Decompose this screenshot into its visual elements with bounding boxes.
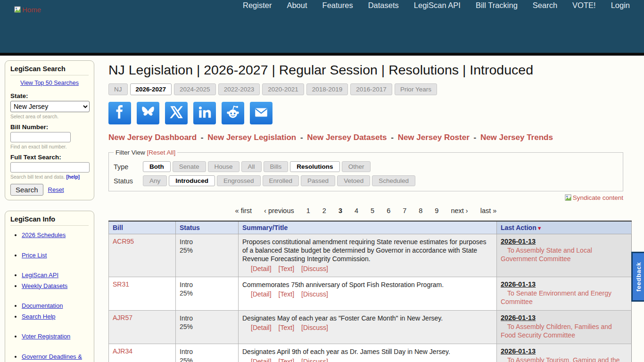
column-header-last-action[interactable]: Last Action▼ [497,221,632,234]
full-text-search-input[interactable] [10,162,90,173]
session-tab-2020-2021[interactable]: 2020-2021 [262,83,304,95]
session-tab-2016-2017[interactable]: 2016-2017 [350,83,392,95]
bill-number-input[interactable] [10,132,71,142]
nav-item-register[interactable]: Register [235,0,279,11]
discuss-link[interactable]: [Discuss] [301,324,328,331]
info-link-legiscan-api[interactable]: LegiScan API [22,272,58,279]
bill-link-sr31[interactable]: SR31 [113,280,129,288]
detail-link[interactable]: [Detail] [251,324,272,331]
share-x-twitter-button[interactable] [165,102,188,124]
type-filter-bills[interactable]: Bills [264,161,289,172]
info-link-weekly-datasets[interactable]: Weekly Datasets [22,282,67,289]
reddit-icon [225,104,241,122]
page-9[interactable]: 9 [435,207,438,214]
bill-link-acr95[interactable]: ACR95 [113,238,134,245]
status-filter-scheduled[interactable]: Scheduled [372,175,415,186]
status-filter-passed[interactable]: Passed [301,175,335,186]
status-filter-engrossed[interactable]: Engrossed [217,175,261,186]
session-tab-prior-years[interactable]: Prior Years [395,83,437,95]
nav-item-search[interactable]: Search [525,0,565,11]
page-6[interactable]: 6 [387,207,390,214]
reset-all-link[interactable]: [Reset All] [147,149,176,156]
type-filter-house[interactable]: House [208,161,239,172]
share-bluesky-button[interactable] [137,102,159,124]
page-1[interactable]: 1 [306,207,310,214]
text-link[interactable]: [Text] [279,290,294,298]
bill-link-ajr57[interactable]: AJR57 [113,314,132,321]
type-filter-other[interactable]: Other [342,161,371,172]
discuss-link[interactable]: [Discuss] [301,290,328,298]
state-link-new-jersey-trends[interactable]: New Jersey Trends [480,133,553,142]
status-cell: Intro25% [176,344,239,362]
column-header-bill[interactable]: Bill [109,221,176,234]
share-linkedin-button[interactable] [193,102,216,124]
syndicate-content[interactable]: Syndicate content [108,194,623,202]
page-8[interactable]: 8 [419,207,422,214]
state-link-new-jersey-dashboard[interactable]: New Jersey Dashboard [108,133,197,142]
page-previous[interactable]: ‹ previous [264,207,294,214]
nav-item-features[interactable]: Features [315,0,361,11]
detail-link[interactable]: [Detail] [251,358,272,362]
nav-item-about[interactable]: About [279,0,314,11]
last-action-date[interactable]: 2026-01-13 [501,280,627,288]
discuss-link[interactable]: [Discuss] [301,358,328,362]
type-filter-senate[interactable]: Senate [173,161,206,172]
page-first[interactable]: « first [235,207,252,214]
share-facebook-button[interactable] [108,102,131,124]
nav-item-vote[interactable]: VOTE! [565,0,603,11]
state-link-new-jersey-roster[interactable]: New Jersey Roster [398,133,470,142]
session-tab-nj[interactable]: NJ [108,83,128,95]
state-link-new-jersey-legislation[interactable]: New Jersey Legislation [207,133,296,142]
page-last[interactable]: last » [480,207,497,214]
discuss-link[interactable]: [Discuss] [301,265,328,272]
state-link-new-jersey-datasets[interactable]: New Jersey Datasets [307,133,387,142]
type-filter-resolutions[interactable]: Resolutions [290,161,339,172]
page-2[interactable]: 2 [322,207,326,214]
feedback-tab[interactable]: feedback [631,252,644,302]
type-filter-all[interactable]: All [241,161,262,172]
share-reddit-button[interactable] [222,102,244,124]
page-5[interactable]: 5 [371,207,374,214]
session-tab-2024-2025[interactable]: 2024-2025 [174,83,216,95]
info-link-price-list[interactable]: Price List [22,252,47,259]
status-filter-enrolled[interactable]: Enrolled [263,175,299,186]
info-link-search-help[interactable]: Search Help [22,313,56,320]
nav-item-legiscan-api[interactable]: LegiScan API [406,0,468,11]
column-header-summary-title[interactable]: Summary/Title [239,221,497,234]
detail-link[interactable]: [Detail] [251,265,272,272]
status-filter-introduced[interactable]: Introduced [169,175,215,186]
detail-link[interactable]: [Detail] [251,290,272,298]
session-tab-2026-2027[interactable]: 2026-2027 [130,83,172,95]
page-next[interactable]: next › [451,207,468,214]
last-action-date[interactable]: 2026-01-13 [501,314,627,321]
text-link[interactable]: [Text] [279,265,294,272]
nav-item-datasets[interactable]: Datasets [361,0,406,11]
view-top-50-searches-link[interactable]: View Top 50 Searches [20,80,79,86]
page-4[interactable]: 4 [355,207,358,214]
status-filter-vetoed[interactable]: Vetoed [337,175,370,186]
info-link-documentation[interactable]: Documentation [22,302,63,309]
help-link[interactable]: [help] [66,174,80,180]
state-select[interactable]: New Jersey [10,101,90,112]
session-tab-2018-2019[interactable]: 2018-2019 [306,83,348,95]
session-tab-2022-2023[interactable]: 2022-2023 [218,83,260,95]
home-link[interactable]: Home [14,6,41,14]
info-link-voter-registration[interactable]: Voter Registration [22,333,70,340]
info-link-governor-deadlines-effective-dates[interactable]: Governor Deadlines & Effective Dates [22,353,82,362]
bill-link-ajr34[interactable]: AJR34 [113,347,132,355]
column-header-status[interactable]: Status [176,221,239,234]
share-email-button[interactable] [250,102,272,124]
text-link[interactable]: [Text] [279,324,294,331]
type-filter-both[interactable]: Both [143,161,171,172]
text-link[interactable]: [Text] [279,358,294,362]
info-box-title: LegiScan Info [10,215,89,226]
last-action-date[interactable]: 2026-01-13 [501,347,627,355]
reset-link[interactable]: Reset [48,186,64,193]
last-action-date[interactable]: 2026-01-13 [501,238,627,245]
nav-item-bill-tracking[interactable]: Bill Tracking [468,0,525,11]
status-filter-any[interactable]: Any [143,175,167,186]
info-link-2026-schedules[interactable]: 2026 Schedules [22,231,66,239]
search-button[interactable]: Search [10,184,43,196]
nav-item-login[interactable]: Login [603,0,637,11]
page-7[interactable]: 7 [403,207,406,214]
